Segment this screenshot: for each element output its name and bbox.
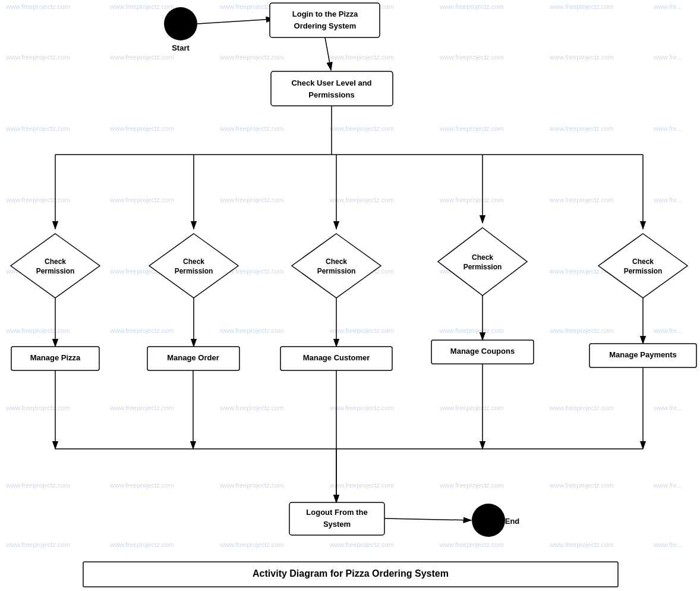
- svg-text:www.freeprojectz.com: www.freeprojectz.com: [549, 54, 614, 61]
- svg-text:www.freeprojectz.com: www.freeprojectz.com: [5, 3, 70, 10]
- check-user-level-label2: Permissions: [308, 90, 354, 99]
- svg-text:www.fre...: www.fre...: [653, 327, 682, 334]
- login-label2: Ordering System: [294, 21, 357, 30]
- svg-text:www.fre...: www.fre...: [653, 482, 682, 489]
- svg-text:www.freeprojectz.com: www.freeprojectz.com: [5, 404, 70, 411]
- svg-text:www.freeprojectz.com: www.freeprojectz.com: [5, 541, 70, 548]
- svg-line-64: [197, 19, 274, 24]
- svg-text:www.freeprojectz.com: www.freeprojectz.com: [329, 196, 394, 203]
- logout-node: [289, 502, 384, 535]
- svg-text:www.freeprojectz.com: www.freeprojectz.com: [439, 482, 504, 489]
- svg-text:www.freeprojectz.com: www.freeprojectz.com: [439, 541, 504, 548]
- check-perm-1-label2: Permission: [36, 267, 75, 275]
- svg-text:www.freeprojectz.com: www.freeprojectz.com: [219, 196, 284, 203]
- login-node: [270, 3, 380, 37]
- check-perm-3-label: Check: [326, 257, 347, 266]
- svg-text:www.freeprojectz.com: www.freeprojectz.com: [109, 404, 174, 411]
- svg-text:www.freeprojectz.com: www.freeprojectz.com: [549, 327, 614, 334]
- check-perm-3-label2: Permission: [317, 267, 356, 275]
- svg-text:www.freeprojectz.com: www.freeprojectz.com: [439, 3, 504, 10]
- svg-text:www.freeprojectz.com: www.freeprojectz.com: [549, 196, 614, 203]
- svg-text:www.fre...: www.fre...: [653, 54, 682, 61]
- diagram-area: www.freeprojectz.com www.freeprojectz.co…: [0, 0, 700, 591]
- svg-text:www.freeprojectz.com: www.freeprojectz.com: [109, 327, 174, 334]
- check-perm-5-label2: Permission: [624, 267, 663, 275]
- svg-text:www.freeprojectz.com: www.freeprojectz.com: [329, 327, 394, 334]
- svg-text:www.freeprojectz.com: www.freeprojectz.com: [549, 3, 614, 10]
- svg-text:www.freeprojectz.com: www.freeprojectz.com: [5, 327, 70, 334]
- svg-text:www.freeprojectz.com: www.freeprojectz.com: [219, 541, 284, 548]
- svg-text:www.freeprojectz.com: www.freeprojectz.com: [109, 482, 174, 489]
- svg-text:www.freeprojectz.com: www.freeprojectz.com: [549, 125, 614, 132]
- end-label: End: [505, 517, 520, 526]
- check-perm-4-label: Check: [472, 253, 493, 262]
- login-label: Login to the Pizza: [292, 10, 358, 18]
- svg-text:www.freeprojectz.com: www.freeprojectz.com: [5, 196, 70, 203]
- check-perm-1-label: Check: [45, 257, 66, 266]
- svg-text:www.freeprojectz.com: www.freeprojectz.com: [549, 482, 614, 489]
- svg-text:www.freeprojectz.com: www.freeprojectz.com: [109, 3, 174, 10]
- svg-text:www.freeprojectz.com: www.freeprojectz.com: [219, 327, 284, 334]
- end-node: [472, 504, 505, 537]
- svg-text:www.freeprojectz.com: www.freeprojectz.com: [329, 482, 394, 489]
- svg-text:www.fre...: www.fre...: [653, 125, 682, 132]
- manage-coupons-label: Manage Coupons: [450, 347, 515, 356]
- svg-text:www.fre...: www.fre...: [653, 404, 682, 411]
- check-perm-2-label: Check: [183, 257, 204, 266]
- svg-text:www.freeprojectz.com: www.freeprojectz.com: [549, 404, 614, 411]
- check-perm-2-label2: Permission: [175, 267, 213, 275]
- svg-text:www.fre...: www.fre...: [653, 196, 682, 203]
- svg-text:www.freeprojectz.com: www.freeprojectz.com: [329, 541, 394, 548]
- svg-text:www.freeprojectz.com: www.freeprojectz.com: [439, 196, 504, 203]
- manage-payments-label: Manage Payments: [609, 350, 676, 359]
- svg-text:www.freeprojectz.com: www.freeprojectz.com: [439, 327, 504, 334]
- svg-text:www.fre...: www.fre...: [653, 541, 682, 548]
- manage-customer-label: Manage Customer: [303, 353, 370, 362]
- svg-text:www.freeprojectz.com: www.freeprojectz.com: [5, 482, 70, 489]
- svg-text:www.freeprojectz.com: www.freeprojectz.com: [109, 541, 174, 548]
- svg-line-86: [384, 518, 471, 520]
- svg-text:www.freeprojectz.com: www.freeprojectz.com: [109, 125, 174, 132]
- manage-pizza-label: Manage Pizza: [30, 353, 81, 362]
- svg-text:www.freeprojectz.com: www.freeprojectz.com: [329, 54, 394, 61]
- svg-text:www.freeprojectz.com: www.freeprojectz.com: [109, 54, 174, 61]
- start-node: [164, 7, 197, 40]
- svg-text:www.freeprojectz.com: www.freeprojectz.com: [219, 54, 284, 61]
- check-perm-5-label: Check: [632, 257, 654, 266]
- svg-text:www.fre...: www.fre...: [653, 3, 682, 10]
- svg-text:www.freeprojectz.com: www.freeprojectz.com: [5, 125, 70, 132]
- svg-text:www.freeprojectz.com: www.freeprojectz.com: [329, 404, 394, 411]
- svg-text:www.freeprojectz.com: www.freeprojectz.com: [5, 54, 70, 61]
- svg-text:www.freeprojectz.com: www.freeprojectz.com: [329, 125, 394, 132]
- svg-text:www.freeprojectz.com: www.freeprojectz.com: [219, 482, 284, 489]
- svg-text:www.freeprojectz.com: www.freeprojectz.com: [439, 54, 504, 61]
- svg-text:www.freeprojectz.com: www.freeprojectz.com: [219, 125, 284, 132]
- svg-text:www.freeprojectz.com: www.freeprojectz.com: [219, 404, 284, 411]
- check-user-level-node: [271, 71, 393, 106]
- logout-label: Logout From the: [306, 508, 367, 517]
- check-perm-4-label2: Permission: [463, 263, 502, 271]
- check-user-level-label: Check User Level and: [291, 78, 371, 87]
- manage-order-label: Manage Order: [167, 353, 219, 362]
- start-label: Start: [172, 43, 190, 52]
- svg-text:www.freeprojectz.com: www.freeprojectz.com: [439, 125, 504, 132]
- svg-text:www.freeprojectz.com: www.freeprojectz.com: [109, 196, 174, 203]
- svg-text:www.freeprojectz.com: www.freeprojectz.com: [439, 404, 504, 411]
- svg-text:www.freeprojectz.com: www.freeprojectz.com: [549, 541, 614, 548]
- logout-label2: System: [323, 520, 351, 529]
- footer-title: Activity Diagram for Pizza Ordering Syst…: [253, 568, 449, 579]
